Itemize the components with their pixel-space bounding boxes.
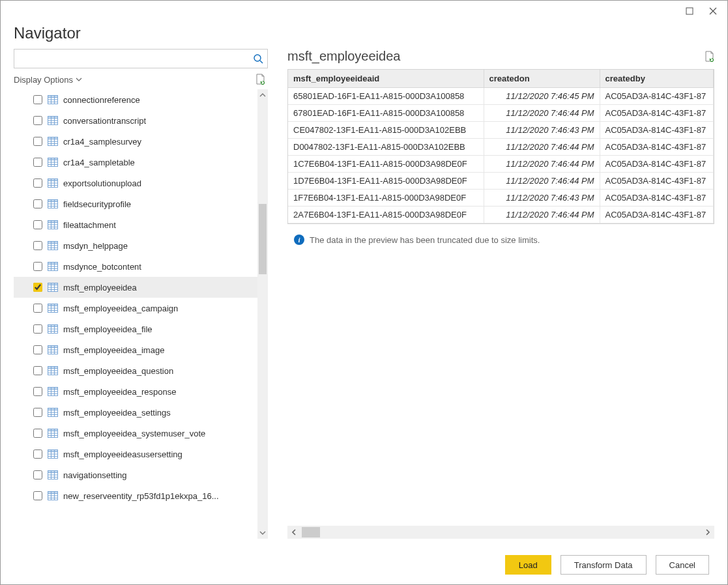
scroll-down-arrow[interactable] bbox=[257, 527, 268, 539]
table-cell: AC05AD3A-814C-43F1-87 bbox=[600, 139, 714, 156]
tree-item-msft_employeeideasusersetting[interactable]: msft_employeeideasusersetting bbox=[14, 444, 268, 464]
scroll-left-arrow[interactable] bbox=[287, 526, 300, 539]
preview-title: msft_employeeidea bbox=[287, 49, 400, 64]
svg-rect-73 bbox=[48, 325, 58, 327]
refresh-preview-icon[interactable] bbox=[704, 51, 714, 63]
search-input[interactable] bbox=[18, 53, 253, 64]
table-row[interactable]: D0047802-13F1-EA11-A815-000D3A102EBB11/1… bbox=[288, 139, 714, 156]
tree-checkbox[interactable] bbox=[33, 283, 42, 292]
scroll-right-arrow[interactable] bbox=[701, 526, 714, 539]
column-header[interactable]: createdon bbox=[484, 70, 600, 88]
close-button[interactable] bbox=[701, 2, 725, 20]
tree-checkbox[interactable] bbox=[33, 470, 42, 479]
svg-rect-103 bbox=[48, 429, 58, 431]
table-icon bbox=[48, 304, 58, 313]
table-cell: AC05AD3A-814C-43F1-87 bbox=[600, 105, 714, 122]
tree-checkbox[interactable] bbox=[33, 220, 42, 229]
tree-item-label: msft_employeeidea_response bbox=[63, 387, 268, 397]
tree-item-msft_employeeidea_question[interactable]: msft_employeeidea_question bbox=[14, 360, 268, 381]
tree-item-new_reserveentity_rp53fd1p1ekxpa_16...[interactable]: new_reserveentity_rp53fd1p1ekxpa_16... bbox=[14, 485, 268, 506]
column-header[interactable]: createdby bbox=[600, 70, 714, 88]
table-row[interactable]: 1F7E6B04-13F1-EA11-A815-000D3A98DE0F11/1… bbox=[288, 190, 714, 207]
tree-item-msft_employeeidea_image[interactable]: msft_employeeidea_image bbox=[14, 339, 268, 360]
search-box[interactable] bbox=[14, 49, 268, 68]
truncation-note: i The data in the preview has been trunc… bbox=[287, 224, 714, 255]
svg-rect-0 bbox=[686, 8, 693, 14]
tree-checkbox[interactable] bbox=[33, 449, 42, 459]
table-cell: AC05AD3A-814C-43F1-87 bbox=[600, 88, 714, 105]
tree-item-msft_employeeidea_response[interactable]: msft_employeeidea_response bbox=[14, 381, 268, 402]
tree-checkbox[interactable] bbox=[33, 324, 42, 334]
tree-item-msft_employeeidea[interactable]: msft_employeeidea bbox=[14, 277, 268, 298]
tree-item-cr1a4_sampletable[interactable]: cr1a4_sampletable bbox=[14, 152, 268, 173]
tree-item-fileattachment[interactable]: fileattachment bbox=[14, 214, 268, 235]
display-options-dropdown[interactable]: Display Options bbox=[14, 75, 82, 85]
table-cell: AC05AD3A-814C-43F1-87 bbox=[600, 190, 714, 207]
tree-checkbox[interactable] bbox=[33, 304, 42, 313]
tree-item-label: msft_employeeidea_settings bbox=[63, 408, 268, 418]
tree-checkbox[interactable] bbox=[33, 491, 42, 500]
tree-checkbox[interactable] bbox=[33, 366, 42, 375]
tree-item-navigationsetting[interactable]: navigationsetting bbox=[14, 464, 268, 485]
h-scrollbar-thumb[interactable] bbox=[302, 527, 320, 537]
maximize-button[interactable] bbox=[678, 2, 701, 20]
tree-item-msft_employeeidea_systemuser_vote[interactable]: msft_employeeidea_systemuser_vote bbox=[14, 423, 268, 444]
transform-data-button[interactable]: Transform Data bbox=[561, 555, 647, 575]
vertical-scrollbar[interactable] bbox=[257, 89, 268, 539]
table-cell: AC05AD3A-814C-43F1-87 bbox=[600, 173, 714, 190]
table-icon bbox=[48, 262, 58, 271]
tree-checkbox[interactable] bbox=[33, 95, 42, 104]
table-cell: AC05AD3A-814C-43F1-87 bbox=[600, 156, 714, 173]
tree-checkbox[interactable] bbox=[33, 178, 42, 188]
table-cell: 11/12/2020 7:46:44 PM bbox=[484, 207, 600, 223]
table-tree[interactable]: connectionreferenceconversationtranscrip… bbox=[14, 89, 268, 539]
tree-item-label: cr1a4_samplesurvey bbox=[63, 137, 268, 147]
table-row[interactable]: CE047802-13F1-EA11-A815-000D3A102EBB11/1… bbox=[288, 122, 714, 139]
tree-item-msft_employeeidea_file[interactable]: msft_employeeidea_file bbox=[14, 319, 268, 339]
svg-rect-25 bbox=[48, 158, 58, 160]
scroll-up-arrow[interactable] bbox=[257, 89, 268, 101]
table-icon bbox=[48, 241, 58, 250]
tree-item-label: connectionreference bbox=[63, 95, 268, 105]
tree-item-label: fileattachment bbox=[63, 220, 268, 230]
scrollbar-thumb[interactable] bbox=[259, 204, 267, 274]
tree-item-msdyn_helppage[interactable]: msdyn_helppage bbox=[14, 235, 268, 256]
tree-item-msft_employeeidea_campaign[interactable]: msft_employeeidea_campaign bbox=[14, 298, 268, 319]
cancel-button[interactable]: Cancel bbox=[656, 555, 709, 575]
tree-checkbox[interactable] bbox=[33, 241, 42, 250]
tree-checkbox[interactable] bbox=[33, 116, 42, 125]
table-icon bbox=[48, 470, 58, 479]
tree-item-msdynce_botcontent[interactable]: msdynce_botcontent bbox=[14, 256, 268, 277]
table-row[interactable]: 2A7E6B04-13F1-EA11-A815-000D3A98DE0F11/1… bbox=[288, 207, 714, 223]
horizontal-scrollbar[interactable] bbox=[287, 526, 714, 539]
tree-checkbox[interactable] bbox=[33, 387, 42, 396]
table-row[interactable]: 1C7E6B04-13F1-EA11-A815-000D3A98DE0F11/1… bbox=[288, 156, 714, 173]
tree-checkbox[interactable] bbox=[33, 345, 42, 354]
table-row[interactable]: 67801EAD-16F1-EA11-A815-000D3A10085811/1… bbox=[288, 105, 714, 122]
svg-rect-13 bbox=[48, 117, 58, 119]
svg-rect-55 bbox=[48, 263, 58, 264]
table-icon bbox=[48, 220, 58, 229]
tree-item-cr1a4_samplesurvey[interactable]: cr1a4_samplesurvey bbox=[14, 131, 268, 152]
column-header[interactable]: msft_employeeideaid bbox=[288, 70, 484, 88]
table-row[interactable]: 65801EAD-16F1-EA11-A815-000D3A10085811/1… bbox=[288, 88, 714, 105]
tree-checkbox[interactable] bbox=[33, 158, 42, 167]
close-icon bbox=[709, 7, 717, 15]
table-row[interactable]: 1D7E6B04-13F1-EA11-A815-000D3A98DE0F11/1… bbox=[288, 173, 714, 190]
tree-item-msft_employeeidea_settings[interactable]: msft_employeeidea_settings bbox=[14, 402, 268, 423]
tree-checkbox[interactable] bbox=[33, 429, 42, 438]
svg-rect-91 bbox=[48, 388, 58, 390]
tree-item-exportsolutionupload[interactable]: exportsolutionupload bbox=[14, 173, 268, 193]
table-cell: 1D7E6B04-13F1-EA11-A815-000D3A98DE0F bbox=[288, 173, 484, 190]
tree-checkbox[interactable] bbox=[33, 137, 42, 146]
tree-item-connectionreference[interactable]: connectionreference bbox=[14, 89, 268, 110]
tree-checkbox[interactable] bbox=[33, 408, 42, 417]
table-icon bbox=[48, 366, 58, 375]
tree-checkbox[interactable] bbox=[33, 199, 42, 208]
tree-item-fieldsecurityprofile[interactable]: fieldsecurityprofile bbox=[14, 193, 268, 214]
tree-checkbox[interactable] bbox=[33, 262, 42, 271]
tree-item-conversationtranscript[interactable]: conversationtranscript bbox=[14, 110, 268, 131]
load-button[interactable]: Load bbox=[505, 555, 551, 575]
tree-item-label: msft_employeeidea_campaign bbox=[63, 304, 268, 313]
refresh-preview-icon[interactable] bbox=[255, 74, 265, 85]
